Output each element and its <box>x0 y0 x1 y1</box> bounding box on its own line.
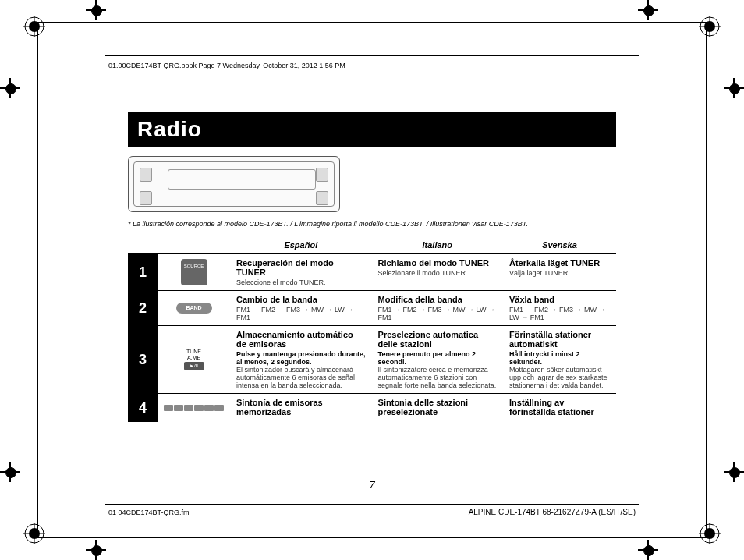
footer-right: ALPINE CDE-174BT 68-21627Z79-A (ES/IT/SE… <box>469 508 636 516</box>
r3-sv-body: Mottagaren söker automatiskt upp och lag… <box>509 366 610 389</box>
footer-rule <box>105 504 639 505</box>
crop-mark-icon <box>699 523 721 544</box>
tune-label: TUNEA.ME <box>164 349 224 360</box>
r3-es-sub: Pulse y mantenga presionado durante, al … <box>236 350 366 366</box>
step-4: 4 <box>128 394 158 423</box>
r1-it-body: Selezionare il modo TUNER. <box>378 269 497 277</box>
source-button-icon: SOURCE <box>181 259 207 285</box>
lang-es: Español <box>230 236 372 254</box>
r2-sv-body: FM1 → FM2 → FM3 → MW → LW → FM1 <box>509 306 610 321</box>
play-pause-icon: ►/II <box>184 362 204 370</box>
r1-it-title: Richiamo del modo TUNER <box>378 258 497 268</box>
r2-es-body: FM1 → FM2 → FM3 → MW → LW → FM1 <box>236 306 366 321</box>
r3-it-body: Il sintonizzatore cerca e memorizza auto… <box>378 366 497 389</box>
r2-sv-title: Växla band <box>509 295 610 304</box>
lang-sv: Svenska <box>503 236 616 254</box>
lang-it: Italiano <box>372 236 503 254</box>
r1-sv-body: Välja läget TUNER. <box>509 269 610 277</box>
crop-mark-icon <box>699 16 721 37</box>
illustration-caption: * La ilustración corresponde al modelo C… <box>128 220 616 228</box>
registration-mark-icon <box>0 462 20 482</box>
r2-it-title: Modifica della banda <box>378 295 497 304</box>
r1-es-title: Recuperación del modo TUNER <box>236 258 366 277</box>
footer-left: 01 04CDE174BT-QRG.fm <box>108 509 190 516</box>
r1-sv-title: Återkalla läget TUNER <box>509 258 610 268</box>
page-number: 7 <box>38 479 706 491</box>
step-1: 1 <box>128 254 158 291</box>
content-area: Radio * La ilustración corresponde al mo… <box>128 112 616 422</box>
r3-es-body: El sintonizador buscará y almacenará aut… <box>236 366 366 389</box>
registration-mark-icon <box>724 78 744 98</box>
preset-buttons-icon <box>164 405 224 411</box>
r3-it-title: Preselezione automatica delle stazioni <box>378 330 497 349</box>
r4-it-title: Sintonia delle stazioni preselezionate <box>378 398 497 416</box>
registration-mark-icon <box>0 78 20 98</box>
r3-sv-sub: Håll intryckt i minst 2 sekunder. <box>509 350 610 366</box>
registration-mark-icon <box>724 462 744 482</box>
registration-mark-icon <box>638 540 658 560</box>
instructions-table: Español Italiano Svenska 1 SOURCE Recupe… <box>128 236 616 422</box>
radio-illustration <box>128 156 340 212</box>
page-frame: 01.00CDE174BT-QRG.book Page 7 Wednesday,… <box>37 22 707 538</box>
step-3: 3 <box>128 326 158 394</box>
section-title: Radio <box>128 112 616 147</box>
crop-mark-icon <box>23 16 45 37</box>
r3-sv-title: Förinställa stationer automatiskt <box>509 330 610 349</box>
header-rule <box>105 55 639 56</box>
r2-it-body: FM1 → FM2 → FM3 → MW → LW → FM1 <box>378 306 497 321</box>
header-text: 01.00CDE174BT-QRG.book Page 7 Wednesday,… <box>108 62 345 69</box>
r2-es-title: Cambio de la banda <box>236 295 366 304</box>
band-button-icon: BAND <box>176 303 212 314</box>
r1-es-body: Seleccione el modo TUNER. <box>236 278 366 286</box>
r3-es-title: Almacenamiento automático de emisoras <box>236 330 366 349</box>
registration-mark-icon <box>86 0 106 20</box>
r4-sv-title: Inställning av förinställda stationer <box>509 398 610 416</box>
r3-it-sub: Tenere premuto per almeno 2 secondi. <box>378 350 497 366</box>
registration-mark-icon <box>638 0 658 20</box>
registration-mark-icon <box>86 540 106 560</box>
crop-mark-icon <box>23 523 45 544</box>
step-2: 2 <box>128 291 158 326</box>
r4-es-title: Sintonía de emisoras memorizadas <box>236 398 366 416</box>
